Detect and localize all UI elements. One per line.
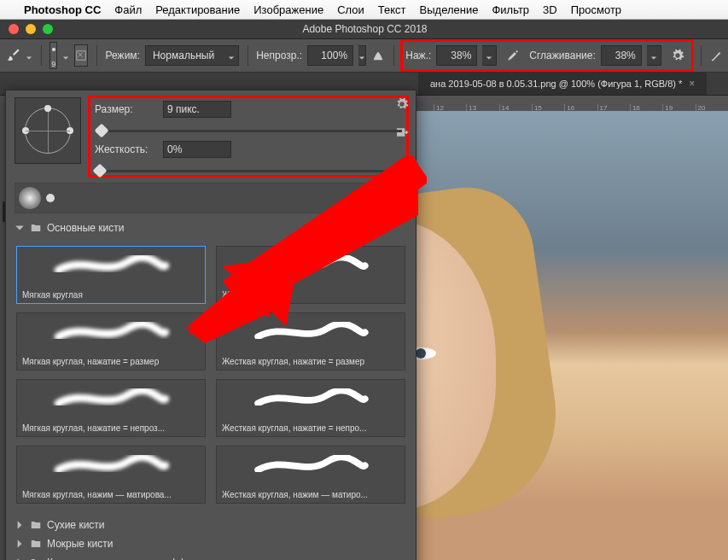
panel-new-preset-icon[interactable]	[395, 125, 409, 142]
smoothing-dropdown[interactable]	[647, 45, 661, 66]
options-bar: 9 Режим: Нормальный Непрозр.: 100% Наж.:…	[0, 39, 728, 73]
pressure-label: Наж.:	[405, 50, 431, 61]
size-label: Размер:	[95, 103, 154, 115]
menu-filter[interactable]: Фильтр	[492, 3, 529, 16]
brush-card[interactable]: Мягкая круглая, нажим — матирова...	[16, 446, 206, 504]
size-value-field[interactable]: 9 пикс.	[163, 101, 231, 118]
brush-preset-picker[interactable]: 9	[50, 42, 57, 69]
panel-gear-icon[interactable]	[395, 97, 409, 114]
recent-brushes[interactable]	[15, 183, 407, 213]
folder-label: Мокрые кисти	[47, 538, 114, 550]
zoom-window-button[interactable]	[43, 24, 53, 34]
brush-card[interactable]: Мягкая круглая, нажатие = непроз...	[16, 379, 206, 437]
folder-fx-brushes[interactable]: Кисти со специальными эффектами	[15, 557, 407, 560]
document-tab-title: ана 2019-05-08 в 0.05.31.png @ 100% (Фиг…	[430, 79, 682, 89]
brush-card-label: Жесткая круглая, нажатие = непро...	[222, 423, 399, 433]
smoothing-field[interactable]: 38%	[601, 45, 642, 66]
minimize-window-button[interactable]	[26, 24, 36, 34]
brush-card-label: Мягкая круглая	[22, 290, 200, 300]
brush-card-label: Жесткая круглая, нажатие = размер	[222, 357, 399, 366]
folder-label: Сухие кисти	[47, 519, 105, 531]
brush-card[interactable]: Жесткая круглая, нажатие = непро...	[216, 379, 405, 437]
menu-layers[interactable]: Слои	[337, 3, 364, 16]
brush-size-number: 9	[51, 60, 55, 68]
opacity-dropdown[interactable]	[358, 45, 366, 66]
brush-card[interactable]: Жесткая круглая	[216, 246, 405, 304]
app-name[interactable]: Photoshop CC	[24, 3, 101, 16]
blend-mode-select[interactable]: Нормальный	[145, 45, 239, 66]
recent-brush-thumb[interactable]	[46, 194, 55, 202]
menu-view[interactable]: Просмотр	[571, 3, 621, 16]
brush-card[interactable]: Жесткая круглая, нажим — матиро...	[216, 446, 405, 504]
brush-card-label: Мягкая круглая, нажим — матирова...	[22, 490, 200, 499]
close-window-button[interactable]	[9, 24, 19, 34]
brush-picker-dropdown-icon[interactable]	[62, 52, 69, 59]
tablet-pressure-size-icon[interactable]	[709, 44, 723, 67]
brush-card-label: Мягкая круглая, нажатие = непроз...	[22, 423, 200, 433]
folder-wet-brushes[interactable]: Мокрые кисти	[15, 538, 407, 550]
document-tab[interactable]: ана 2019-05-08 в 0.05.31.png @ 100% (Фиг…	[418, 73, 707, 95]
hardness-label: Жесткость:	[95, 143, 154, 155]
brush-card-label: Жесткая круглая	[222, 290, 399, 300]
menu-image[interactable]: Изображение	[253, 3, 323, 16]
close-tab-icon[interactable]: ×	[689, 78, 695, 90]
folder-label: Основные кисти	[47, 222, 124, 234]
tool-dropdown-icon[interactable]	[26, 52, 32, 59]
window-title: Adobe Photoshop CC 2018	[53, 23, 728, 35]
pressure-field[interactable]: 38%	[436, 45, 477, 66]
folder-main-brushes[interactable]: Основные кисти	[15, 222, 407, 234]
brush-card[interactable]: Жесткая круглая, нажатие = размер	[216, 312, 405, 370]
brush-card[interactable]: Мягкая круглая, нажатие = размер	[16, 312, 206, 370]
brush-card[interactable]: Мягкая круглая	[16, 246, 206, 304]
brush-preset-panel: Размер: 9 пикс. Жесткость: 0% Основные к…	[5, 90, 416, 560]
hardness-slider[interactable]	[95, 170, 402, 172]
folder-dry-brushes[interactable]: Сухие кисти	[15, 519, 407, 531]
mode-label: Режим:	[106, 50, 140, 61]
hardness-value-field[interactable]: 0%	[163, 141, 231, 158]
brush-tip-preview[interactable]	[15, 97, 81, 164]
menu-text[interactable]: Текст	[378, 3, 406, 16]
pressure-smoothing-group-highlight: Наж.: 38% Сглаживание: 38%	[402, 41, 691, 70]
menu-file[interactable]: Файл	[114, 3, 142, 16]
current-tool-indicator[interactable]	[5, 46, 20, 65]
brush-card-label: Жесткая круглая, нажим — матиро...	[222, 490, 399, 499]
editor-area: 01234567891011121314151617181920 12 Разм	[0, 96, 728, 560]
smoothing-label: Сглаживание:	[529, 50, 595, 61]
opacity-field[interactable]: 100%	[307, 45, 353, 66]
pressure-opacity-icon[interactable]	[371, 44, 385, 67]
menu-edit[interactable]: Редактирование	[155, 3, 240, 16]
folder-label: Кисти со специальными эффектами	[47, 557, 220, 560]
brush-settings-button[interactable]	[74, 44, 88, 67]
opacity-label: Непрозр.:	[256, 50, 302, 61]
size-slider[interactable]	[95, 130, 402, 132]
airbrush-icon[interactable]	[502, 44, 524, 67]
brush-grid: Мягкая круглая Жесткая круглая Мягкая кр…	[15, 241, 407, 512]
recent-brush-thumb[interactable]	[19, 187, 41, 209]
menu-3d[interactable]: 3D	[543, 3, 557, 16]
menu-select[interactable]: Выделение	[420, 3, 479, 16]
size-hardness-box-highlight: Размер: 9 пикс. Жесткость: 0%	[90, 97, 407, 176]
pressure-dropdown[interactable]	[482, 45, 497, 66]
brush-card-label: Мягкая круглая, нажатие = размер	[22, 357, 200, 366]
window-titlebar: Adobe Photoshop CC 2018	[0, 20, 728, 39]
macos-menubar: Photoshop CC Файл Редактирование Изображ…	[0, 0, 728, 20]
smoothing-gear-icon[interactable]	[667, 44, 689, 67]
